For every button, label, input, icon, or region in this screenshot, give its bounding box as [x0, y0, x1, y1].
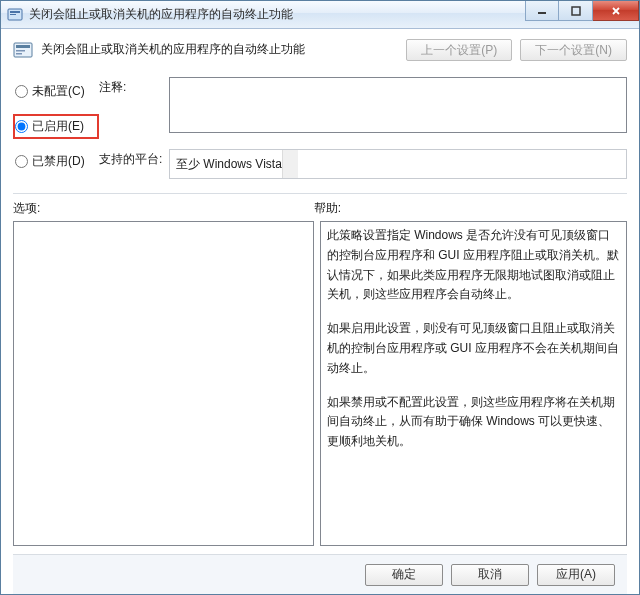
header-row: 关闭会阻止或取消关机的应用程序的自动终止功能 上一个设置(P) 下一个设置(N) [13, 39, 627, 61]
comment-input[interactable] [169, 77, 627, 133]
platform-scrollbar[interactable] [282, 150, 298, 178]
svg-rect-3 [538, 12, 546, 14]
policy-icon [13, 40, 33, 60]
radio-not-configured-label: 未配置(C) [32, 83, 85, 100]
app-icon [7, 7, 23, 23]
fields-column: 注释: 支持的平台: 至少 Windows Vista [99, 77, 627, 179]
svg-rect-6 [16, 45, 30, 48]
footer: 确定 取消 应用(A) [13, 554, 627, 594]
radio-enabled-input[interactable] [15, 120, 28, 133]
comment-label: 注释: [99, 77, 169, 133]
help-paragraph: 如果启用此设置，则没有可见顶级窗口且阻止或取消关机的控制台应用程序或 GUI 应… [327, 319, 620, 378]
minimize-button[interactable] [525, 1, 559, 21]
radio-enabled[interactable]: 已启用(E) [13, 114, 99, 139]
svg-rect-7 [16, 50, 25, 52]
next-setting-button[interactable]: 下一个设置(N) [520, 39, 627, 61]
options-pane [13, 221, 314, 546]
panes: 此策略设置指定 Windows 是否允许没有可见顶级窗口的控制台应用程序和 GU… [13, 221, 627, 546]
radio-not-configured[interactable]: 未配置(C) [13, 79, 99, 104]
policy-title: 关闭会阻止或取消关机的应用程序的自动终止功能 [41, 39, 396, 58]
platform-label: 支持的平台: [99, 149, 169, 179]
svg-rect-2 [10, 14, 16, 15]
pane-labels: 选项: 帮助: [13, 200, 627, 217]
help-label: 帮助: [314, 200, 341, 217]
divider [13, 193, 627, 194]
radio-disabled-label: 已禁用(D) [32, 153, 85, 170]
content-area: 关闭会阻止或取消关机的应用程序的自动终止功能 上一个设置(P) 下一个设置(N)… [1, 29, 639, 594]
maximize-button[interactable] [559, 1, 593, 21]
options-label: 选项: [13, 200, 314, 217]
titlebar: 关闭会阻止或取消关机的应用程序的自动终止功能 [1, 1, 639, 29]
svg-rect-1 [10, 11, 20, 13]
svg-rect-4 [572, 7, 580, 15]
help-paragraph: 如果禁用或不配置此设置，则这些应用程序将在关机期间自动终止，从而有助于确保 Wi… [327, 393, 620, 452]
svg-rect-8 [16, 53, 22, 55]
window-title: 关闭会阻止或取消关机的应用程序的自动终止功能 [29, 6, 525, 23]
state-radio-group: 未配置(C) 已启用(E) 已禁用(D) [13, 77, 99, 174]
help-paragraph: 此策略设置指定 Windows 是否允许没有可见顶级窗口的控制台应用程序和 GU… [327, 226, 620, 305]
window: 关闭会阻止或取消关机的应用程序的自动终止功能 关闭会 [0, 0, 640, 595]
prev-setting-button[interactable]: 上一个设置(P) [406, 39, 512, 61]
apply-button[interactable]: 应用(A) [537, 564, 615, 586]
window-controls [525, 1, 639, 28]
config-row: 未配置(C) 已启用(E) 已禁用(D) 注释: 支持的平台: [13, 77, 627, 179]
ok-button[interactable]: 确定 [365, 564, 443, 586]
close-button[interactable] [593, 1, 639, 21]
help-pane: 此策略设置指定 Windows 是否允许没有可见顶级窗口的控制台应用程序和 GU… [320, 221, 627, 546]
platform-value: 至少 Windows Vista [176, 156, 282, 173]
radio-not-configured-input[interactable] [15, 85, 28, 98]
radio-enabled-label: 已启用(E) [32, 118, 84, 135]
radio-disabled[interactable]: 已禁用(D) [13, 149, 99, 174]
cancel-button[interactable]: 取消 [451, 564, 529, 586]
supported-platform: 至少 Windows Vista [169, 149, 627, 179]
radio-disabled-input[interactable] [15, 155, 28, 168]
